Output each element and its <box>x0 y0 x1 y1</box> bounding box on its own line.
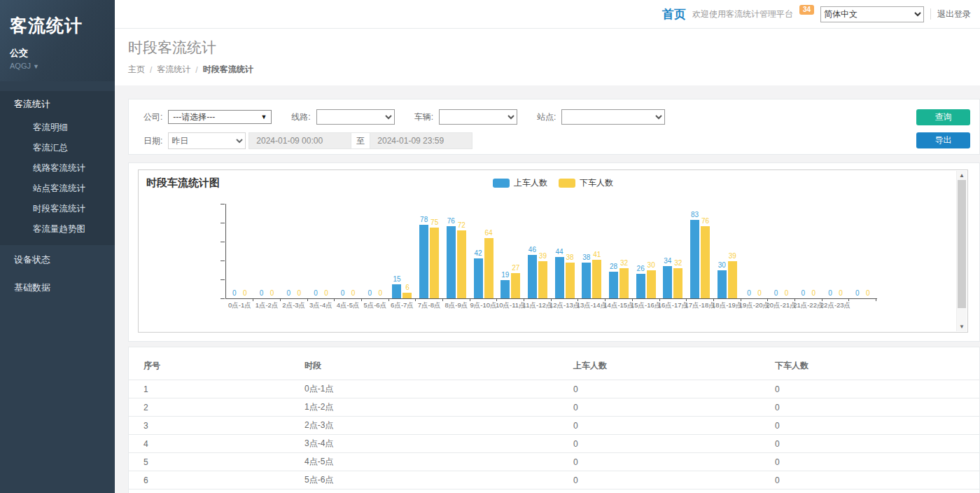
bar[interactable] <box>690 220 699 298</box>
bar-value-label: 64 <box>484 229 492 237</box>
bar[interactable] <box>718 270 727 299</box>
bar[interactable] <box>647 270 656 299</box>
bar[interactable] <box>447 226 456 298</box>
chart-panel: 时段车流统计图 上车人数下车人数 000点-1点001点-2点002点-3点00… <box>128 162 980 342</box>
sidebar-item-device-status[interactable]: 设备状态 <box>0 246 115 273</box>
bar-value-label: 42 <box>474 249 482 258</box>
bar-group: 0023点-24点 <box>849 204 876 298</box>
bar-value-label: 39 <box>539 252 547 261</box>
export-button[interactable]: 导出 <box>916 132 970 148</box>
bar-value-label: 0 <box>368 289 372 298</box>
table-cell: 3 <box>129 417 290 435</box>
bar-group: 76728点-9点 <box>443 204 470 298</box>
table-header-cell: 时段 <box>290 354 559 380</box>
bar-wrap: 0 <box>349 289 358 298</box>
vehicle-label: 车辆: <box>414 111 433 123</box>
language-select[interactable]: 简体中文 <box>820 6 924 22</box>
bar-value-label: 78 <box>420 216 428 224</box>
table-header-cell: 序号 <box>129 354 290 380</box>
legend-swatch <box>493 179 510 188</box>
bar[interactable] <box>511 273 520 298</box>
bar-value-label: 0 <box>828 289 832 298</box>
bar-group: 004点-5点 <box>335 204 362 298</box>
bar-wrap: 0 <box>338 289 347 298</box>
bar-group: 003点-4点 <box>307 204 335 298</box>
chart-scrollbar[interactable]: ▲ ▼ <box>956 171 967 331</box>
bar[interactable] <box>555 257 564 298</box>
breadcrumb-passenger-stats[interactable]: 客流统计 <box>157 64 190 76</box>
sidebar-subitem[interactable]: 客流量趋势图 <box>0 219 115 239</box>
scrollbar-thumb[interactable] <box>958 180 966 308</box>
company-combobox[interactable]: ---请选择--- ▼ <box>168 110 272 124</box>
bar[interactable] <box>566 263 575 298</box>
bar[interactable] <box>582 263 591 298</box>
sidebar-item-passenger-stats[interactable]: 客流统计 <box>0 91 115 118</box>
nav-section-passenger-stats: 客流统计 客流明细客流汇总线路客流统计站点客流统计时段客流统计客流量趋势图 <box>0 91 115 245</box>
submenu: 客流明细客流汇总线路客流统计站点客流统计时段客流统计客流量趋势图 <box>0 118 115 245</box>
sidebar-subitem[interactable]: 客流汇总 <box>0 138 115 158</box>
bar[interactable] <box>663 266 672 298</box>
sidebar-item-base-data[interactable]: 基础数据 <box>0 275 115 301</box>
x-axis-category-label: 8点-9点 <box>444 301 468 310</box>
sidebar-subitem[interactable]: 客流明细 <box>0 118 115 138</box>
bar[interactable] <box>419 225 428 298</box>
bar[interactable] <box>728 261 737 298</box>
sidebar-subitem[interactable]: 时段客流统计 <box>0 199 115 219</box>
scroll-down-icon[interactable]: ▼ <box>957 324 967 330</box>
bar-wrap: 38 <box>566 254 575 298</box>
bar[interactable] <box>592 260 601 298</box>
bar-wrap: 38 <box>582 254 591 298</box>
bar[interactable] <box>484 238 493 298</box>
sidebar: 客流统计 公交 AQGJ ▼ 客流统计 客流明细客流汇总线路客流统计站点客流统计… <box>0 0 115 493</box>
table-row: 43点-4点00 <box>129 435 979 453</box>
sidebar-header: 客流统计 公交 AQGJ ▼ <box>0 0 115 81</box>
bar[interactable] <box>620 268 629 298</box>
query-button[interactable]: 查询 <box>916 109 970 125</box>
bar-wrap: 0 <box>240 289 249 298</box>
vehicle-select[interactable] <box>439 109 517 125</box>
notification-badge[interactable]: 34 <box>799 5 814 15</box>
bar[interactable] <box>636 274 645 298</box>
bar-group: 1566点-7点 <box>388 204 416 298</box>
bar-wrap: 0 <box>311 289 320 298</box>
bar[interactable] <box>392 284 401 298</box>
bar-wrap: 27 <box>511 264 520 298</box>
date-from-input[interactable]: 2024-01-09 00:00 <box>248 132 351 149</box>
line-select[interactable] <box>316 109 395 125</box>
bar[interactable] <box>474 258 483 298</box>
bar[interactable] <box>430 228 439 298</box>
home-link[interactable]: 首页 <box>662 6 686 22</box>
legend-item[interactable]: 上车人数 <box>493 177 547 189</box>
bar[interactable] <box>609 272 618 298</box>
sidebar-subitem[interactable]: 线路客流统计 <box>0 158 115 179</box>
bar-value-label: 32 <box>674 259 682 268</box>
y-axis-tick <box>220 223 225 223</box>
date-to-input[interactable]: 2024-01-09 23:59 <box>370 132 472 149</box>
station-select[interactable] <box>561 109 665 125</box>
profile-user-dropdown[interactable]: AQGJ ▼ <box>10 62 105 70</box>
bar[interactable] <box>701 226 710 298</box>
legend-item[interactable]: 下车人数 <box>559 177 613 189</box>
x-axis-category-label: 14点-15点 <box>603 301 634 310</box>
bar-wrap: 0 <box>809 289 818 298</box>
logout-link[interactable]: 退出登录 <box>937 8 971 20</box>
bar[interactable] <box>673 268 682 298</box>
legend-swatch <box>559 179 575 188</box>
table-cell: 0 <box>559 380 760 398</box>
bar[interactable] <box>402 293 412 298</box>
chart-plot: 000点-1点001点-2点002点-3点003点-4点004点-5点005点-… <box>226 204 876 298</box>
bar-wrap: 0 <box>365 289 374 298</box>
bar-wrap: 26 <box>636 265 645 298</box>
date-preset-select[interactable]: 昨日 <box>168 132 246 149</box>
bar[interactable] <box>500 280 510 298</box>
bar-wrap: 42 <box>474 249 483 298</box>
scroll-up-icon[interactable]: ▲ <box>957 172 967 179</box>
sidebar-subitem[interactable]: 站点客流统计 <box>0 179 115 199</box>
bar[interactable] <box>457 230 466 298</box>
breadcrumb-home[interactable]: 主页 <box>128 64 145 76</box>
bar-wrap: 0 <box>257 289 266 298</box>
bar[interactable] <box>538 261 547 298</box>
bar-group: 192710点-11点 <box>497 204 524 298</box>
y-axis-tick <box>220 279 225 280</box>
bar[interactable] <box>528 255 537 298</box>
